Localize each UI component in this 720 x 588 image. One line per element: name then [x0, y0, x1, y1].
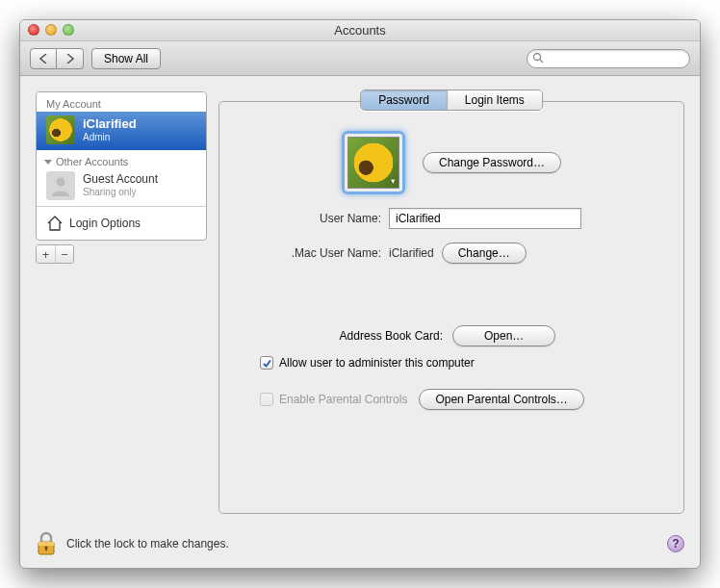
- login-options-button[interactable]: Login Options: [37, 206, 206, 240]
- house-icon: [46, 215, 64, 232]
- lock-icon[interactable]: [36, 531, 57, 556]
- footer: Click the lock to make changes. ?: [36, 514, 684, 556]
- add-account-button[interactable]: +: [37, 245, 55, 263]
- show-all-button[interactable]: Show All: [91, 48, 161, 69]
- checkmark-icon: [262, 358, 272, 369]
- tab-login-items[interactable]: Login Items: [447, 90, 542, 110]
- open-address-book-button[interactable]: Open…: [452, 325, 555, 346]
- open-parental-button[interactable]: Open Parental Controls…: [419, 389, 583, 410]
- help-button[interactable]: ?: [667, 535, 684, 552]
- username-input[interactable]: [389, 208, 581, 229]
- mac-username-label: .Mac User Name:: [237, 246, 381, 260]
- change-mac-button[interactable]: Change…: [442, 243, 527, 264]
- address-book-label: Address Book Card:: [237, 329, 443, 343]
- chevron-down-icon: ▾: [391, 176, 396, 186]
- search-input[interactable]: [527, 49, 690, 68]
- nav-segmented: [30, 48, 84, 69]
- search-wrap: [527, 49, 690, 68]
- remove-account-button[interactable]: −: [55, 245, 73, 263]
- close-button[interactable]: [28, 24, 39, 36]
- login-options-label: Login Options: [69, 217, 141, 230]
- back-button[interactable]: [30, 48, 57, 69]
- add-remove-segmented: + −: [36, 244, 74, 264]
- chevron-left-icon: [39, 54, 48, 64]
- main-panel: Password Login Items ▾ Change Password… …: [219, 91, 684, 514]
- chevron-right-icon: [65, 54, 74, 64]
- avatar-picker[interactable]: ▾: [342, 131, 405, 194]
- disclosure-triangle-icon: [44, 158, 52, 166]
- password-panel: ▾ Change Password… User Name: .Mac User …: [219, 101, 684, 514]
- search-icon: [532, 52, 544, 64]
- account-name: iClarified: [83, 117, 137, 132]
- forward-button[interactable]: [57, 48, 84, 69]
- tab-password[interactable]: Password: [361, 90, 447, 110]
- zoom-button[interactable]: [63, 24, 74, 36]
- username-label: User Name:: [237, 212, 381, 225]
- account-role: Admin: [83, 132, 137, 143]
- traffic-lights: [28, 24, 74, 36]
- mac-username-value: iClarified: [389, 246, 434, 260]
- accounts-sidebar: My Account iClarified Admin Other Accoun…: [36, 91, 207, 241]
- minimize-button[interactable]: [45, 24, 57, 36]
- sidebar-item-iclarified[interactable]: iClarified Admin: [37, 112, 206, 150]
- change-password-button[interactable]: Change Password…: [423, 152, 561, 173]
- admin-label: Allow user to administer this computer: [279, 356, 475, 370]
- guest-role: Sharing only: [83, 187, 158, 198]
- admin-checkbox[interactable]: [260, 356, 273, 370]
- my-account-label: My Account: [37, 92, 206, 112]
- toolbar: Show All: [20, 41, 700, 76]
- guest-silhouette-icon: [46, 171, 75, 200]
- lock-text: Click the lock to make changes.: [66, 537, 229, 550]
- svg-line-1: [540, 60, 543, 63]
- account-avatar-thumb: [46, 115, 75, 144]
- guest-name: Guest Account: [83, 173, 158, 187]
- titlebar: Accounts: [20, 20, 700, 41]
- svg-rect-4: [39, 542, 54, 546]
- parental-checkbox: [260, 393, 273, 406]
- parental-label: Enable Parental Controls: [279, 393, 407, 406]
- sidebar-item-guest[interactable]: Guest Account Sharing only: [37, 167, 206, 206]
- svg-rect-6: [45, 548, 47, 551]
- content: My Account iClarified Admin Other Accoun…: [20, 76, 700, 568]
- tabs: Password Login Items: [360, 89, 543, 111]
- avatar-image: ▾: [347, 137, 399, 189]
- other-accounts-header[interactable]: Other Accounts: [37, 150, 206, 167]
- svg-point-2: [57, 178, 65, 187]
- svg-point-0: [534, 53, 541, 60]
- window-title: Accounts: [334, 23, 385, 38]
- preferences-window: Accounts Show All My Account: [19, 19, 701, 569]
- other-accounts-label: Other Accounts: [56, 156, 128, 167]
